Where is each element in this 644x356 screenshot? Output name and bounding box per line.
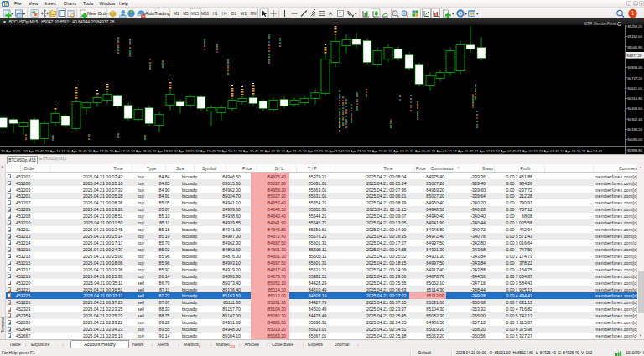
svg-text:21 Apr 00:15: 21 Apr 00:15 (388, 148, 409, 152)
svg-text:20 Apr 18:15: 20 Apr 18:15 (131, 148, 152, 152)
svg-text:20 Apr 18:45: 20 Apr 18:45 (153, 148, 174, 152)
svg-text:20 Apr 16:15: 20 Apr 16:15 (45, 148, 66, 152)
svg-text:20 Apr 20:45: 20 Apr 20:45 (238, 148, 259, 152)
svg-text:20 Apr 21:15: 20 Apr 21:15 (260, 148, 281, 152)
svg-text:84090.00: 84090.00 (628, 137, 643, 142)
svg-text:84833.40: 84833.40 (628, 65, 643, 70)
svg-text:New Order: New Order (87, 11, 110, 16)
svg-text:20 Apr 21:45: 20 Apr 21:45 (281, 148, 302, 152)
svg-text:W1: W1 (241, 12, 247, 16)
svg-text:1: 1 (631, 10, 635, 16)
svg-text:21 Apr 04:15: 21 Apr 04:15 (560, 148, 581, 152)
svg-text:20 Apr 22:15: 20 Apr 22:15 (303, 148, 324, 152)
svg-text:H4: H4 (222, 12, 227, 16)
svg-text:20 Apr 23:15: 20 Apr 23:15 (345, 148, 366, 152)
svg-text:20 Apr 17:15: 20 Apr 17:15 (88, 148, 109, 152)
svg-text:84727.20: 84727.20 (628, 75, 643, 80)
svg-text:20 Apr 22:45: 20 Apr 22:45 (325, 148, 345, 152)
svg-text:M5: M5 (183, 12, 189, 16)
svg-text:21 Apr 02:15: 21 Apr 02:15 (475, 148, 496, 152)
svg-text:84408.60: 84408.60 (628, 106, 643, 111)
svg-text:20 Apr 2025: 20 Apr 2025 (1, 148, 21, 152)
svg-text:21 Apr 04:45: 21 Apr 04:45 (582, 148, 603, 152)
svg-text:MN: MN (250, 12, 256, 16)
svg-text:M15: M15 (191, 12, 199, 16)
svg-text:84196.20: 84196.20 (628, 127, 643, 132)
svg-text:AutoTrading: AutoTrading (145, 11, 170, 16)
svg-text:20 Apr 23:45: 20 Apr 23:45 (367, 148, 388, 152)
svg-text:21 Apr 03:45: 21 Apr 03:45 (539, 148, 560, 152)
svg-text:85152.00: 85152.00 (628, 34, 643, 39)
svg-text:A: A (329, 11, 332, 16)
svg-text:85258.20: 85258.20 (628, 25, 643, 28)
svg-text:20 Apr 19:15: 20 Apr 19:15 (174, 148, 195, 152)
svg-text:84302.40: 84302.40 (628, 116, 643, 121)
svg-text:21 Apr 01:45: 21 Apr 01:45 (453, 148, 474, 152)
svg-text:21 Apr 00:45: 21 Apr 00:45 (410, 148, 431, 152)
svg-text:M1: M1 (174, 12, 179, 16)
svg-text:20 Apr 17:45: 20 Apr 17:45 (110, 148, 131, 152)
svg-text:20 Apr 15:45: 20 Apr 15:45 (23, 148, 44, 152)
svg-text:84977.28: 84977.28 (627, 53, 643, 57)
svg-text:84621.00: 84621.00 (628, 85, 643, 90)
svg-text:D1: D1 (231, 12, 236, 16)
svg-text:83983.80: 83983.80 (628, 147, 643, 152)
svg-text:21 Apr 03:15: 21 Apr 03:15 (517, 148, 538, 152)
svg-text:20 Apr 16:45: 20 Apr 16:45 (66, 148, 87, 152)
svg-text:T: T (339, 11, 341, 16)
svg-text:M30: M30 (201, 12, 209, 16)
svg-text:21 Apr 02:45: 21 Apr 02:45 (496, 148, 517, 152)
svg-text:20 Apr 20:15: 20 Apr 20:15 (217, 148, 238, 152)
svg-text:21 Apr 01:15: 21 Apr 01:15 (432, 148, 453, 152)
svg-text:84514.80: 84514.80 (628, 96, 643, 101)
svg-text:20 Apr 19:45: 20 Apr 19:45 (195, 148, 216, 152)
svg-text:H1: H1 (213, 12, 218, 16)
svg-text:85045.80: 85045.80 (628, 44, 643, 49)
